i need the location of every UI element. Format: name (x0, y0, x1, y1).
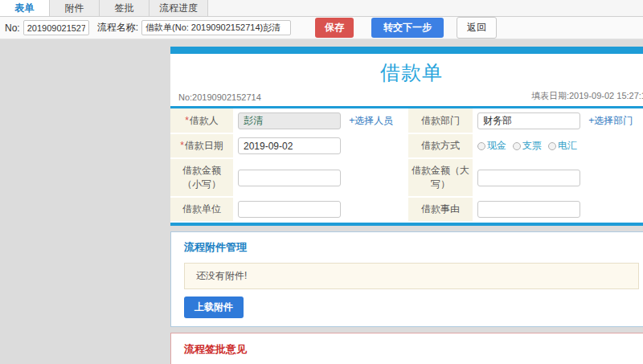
select-person-link[interactable]: +选择人员 (349, 115, 393, 126)
amount-uppercase-input[interactable] (477, 170, 580, 186)
department-input[interactable] (477, 112, 580, 129)
loan-method-radio-group: 现金 支票 电汇 (477, 139, 643, 153)
radio-circle-icon (513, 142, 521, 150)
panel-top-accent-bar (170, 47, 643, 54)
loan-date-label-cell: *借款日期 (170, 133, 233, 158)
table-row: 借款单位 借款事由 (170, 197, 643, 222)
borrower-label-cell: *借款人 (170, 108, 233, 133)
form-no-text: No:20190902152714 (178, 92, 261, 102)
action-toolbar: No: 流程名称: 保存 转交下一步 返回 (0, 17, 643, 39)
tab-form[interactable]: 表单 (0, 0, 50, 16)
loan-reason-input[interactable] (477, 201, 580, 218)
main-content: 借款单 No:20190902152714 填表日期:2019-09-02 15… (0, 39, 643, 364)
approval-panel: 流程签批意见 B I abc (170, 333, 643, 364)
borrower-input[interactable] (238, 112, 341, 129)
tab-bar-filler (208, 0, 643, 16)
process-name-input[interactable] (141, 20, 291, 35)
approval-header: 流程签批意见 (184, 342, 639, 357)
select-department-link[interactable]: +选择部门 (588, 115, 633, 126)
radio-wire[interactable]: 电汇 (548, 139, 577, 153)
radio-circle-icon (548, 142, 556, 150)
attachments-panel: 流程附件管理 还没有附件! 上载附件 (170, 231, 643, 327)
loan-unit-label-cell: 借款单位 (170, 197, 233, 222)
no-input[interactable] (23, 20, 89, 35)
next-step-button[interactable]: 转交下一步 (371, 18, 444, 38)
loan-form-panel: 借款单 No:20190902152714 填表日期:2019-09-02 15… (170, 47, 643, 226)
tab-attachments[interactable]: 附件 (50, 0, 100, 16)
amount-lower-label-cell: 借款金额（小写） (170, 158, 233, 197)
amount-lowercase-input[interactable] (238, 170, 341, 186)
panel-bottom-accent-bar (170, 223, 643, 226)
no-label: No: (5, 22, 20, 34)
amount-upper-label-cell: 借款金额（大写） (408, 158, 473, 197)
tab-process-progress[interactable]: 流程进度 (149, 0, 208, 16)
form-title: 借款单 (380, 61, 443, 84)
loan-form-table: *借款人 +选择人员 借款部门 +选择部门 *借款日期 (170, 108, 643, 223)
loan-reason-label-cell: 借款事由 (408, 197, 473, 222)
loan-method-label-cell: 借款方式 (408, 133, 473, 158)
table-row: *借款日期 借款方式 现金 支票 (170, 133, 643, 158)
required-mark: * (180, 140, 184, 151)
required-mark: * (185, 115, 189, 126)
no-attachments-message: 还没有附件! (184, 263, 639, 289)
tab-bar: 表单 附件 签批 流程进度 (0, 0, 643, 17)
fill-date-text: 填表日期:2019-09-02 15:27:1 (531, 90, 643, 102)
radio-circle-icon (477, 142, 485, 150)
table-row: *借款人 +选择人员 借款部门 +选择部门 (170, 108, 643, 133)
upload-attachment-button[interactable]: 上载附件 (184, 297, 244, 318)
tab-approval[interactable]: 签批 (100, 0, 149, 16)
table-row: 借款金额（小写） 借款金额（大写） (170, 158, 643, 197)
department-label-cell: 借款部门 (408, 108, 473, 133)
save-button[interactable]: 保存 (315, 18, 354, 38)
attachments-header: 流程附件管理 (184, 240, 639, 255)
radio-cash[interactable]: 现金 (477, 139, 506, 153)
process-name-label: 流程名称: (97, 21, 138, 35)
radio-check[interactable]: 支票 (513, 139, 542, 153)
loan-date-input[interactable] (238, 137, 341, 154)
back-button[interactable]: 返回 (457, 17, 497, 39)
loan-unit-input[interactable] (238, 201, 341, 218)
